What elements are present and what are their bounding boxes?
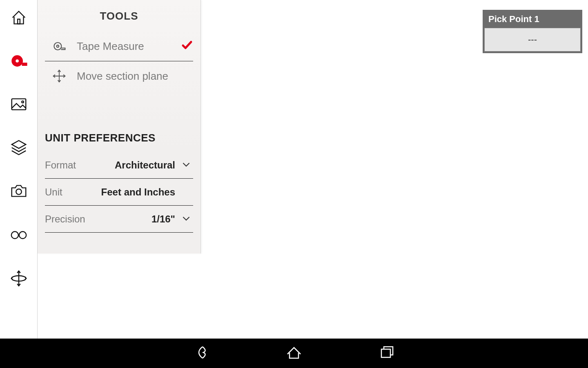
pref-unit[interactable]: Unit Feet and Inches [45,179,193,206]
svg-line-39 [205,132,281,227]
dim-right-mid: 27' 8" [537,188,555,196]
svg-point-55 [16,189,21,194]
orbit-icon[interactable] [9,267,29,288]
pref-precision-label: Precision [45,213,98,225]
tape-measure-small-icon [51,39,68,54]
tool-tape-measure[interactable]: Tape Measure [38,31,200,61]
pref-unit-label: Unit [45,186,98,198]
tool-tape-measure-label: Tape Measure [68,40,181,53]
svg-point-57 [19,231,26,238]
svg-line-40 [281,132,362,229]
dim-seg-2: 26' 9" [313,88,330,95]
svg-line-43 [362,130,443,229]
svg-point-49 [480,182,485,186]
svg-point-59 [54,43,61,50]
pref-format[interactable]: Format Architectural [45,152,193,179]
svg-line-32 [201,144,205,241]
dim-seg-3: 27' [398,88,407,95]
back-button[interactable] [191,343,211,364]
svg-rect-61 [381,349,390,357]
dim-seg-1: 26' 10 1/2" [225,88,256,95]
pref-format-value: Architectural [98,159,181,171]
tools-panel-title: TOOLS [38,6,200,31]
pref-format-label: Format [45,159,98,171]
svg-line-42 [362,128,443,228]
pick-point-title: Pick Point 1 [484,11,581,28]
check-icon [181,39,193,54]
android-navbar [0,339,588,368]
pref-precision[interactable]: Precision 1/16" [45,206,193,233]
pick-point-field[interactable]: --- [484,28,581,52]
glasses-icon[interactable] [9,224,29,245]
svg-line-38 [205,144,281,228]
dim-top-total: 159' [276,38,289,45]
svg-point-56 [11,231,18,238]
home-button[interactable] [284,343,304,364]
pref-unit-value: Feet and Inches [98,186,181,198]
dim-mid-total: 109' 6" [352,62,372,69]
layers-icon[interactable] [9,137,29,158]
tape-measure-icon[interactable] [9,51,29,71]
svg-line-41 [281,128,362,228]
dim-right-top: 6' [547,137,552,144]
dim-seg-4: 26' 10 1/2" [468,88,498,95]
tool-move-section-plane[interactable]: Move section plane [38,61,200,91]
svg-point-48 [400,182,405,186]
svg-point-46 [240,182,245,187]
left-toolbar [0,0,38,339]
svg-line-44 [443,130,523,227]
pick-point-box: Pick Point 1 --- [483,10,582,53]
camera-icon[interactable] [9,181,29,201]
image-icon[interactable] [9,94,29,114]
dim-right-bot: 6' [547,238,552,245]
tools-panel: TOOLS Tape Measure Move section plan [38,0,201,254]
chevron-down-icon [181,159,193,171]
tool-move-section-label: Move section plane [68,70,193,83]
svg-point-54 [22,101,24,103]
svg-line-45 [443,142,523,228]
pref-precision-value: 1/16" [98,213,181,225]
move-icon [51,69,68,83]
home-icon[interactable] [9,7,29,28]
recent-apps-button[interactable] [377,343,397,364]
unit-preferences-title: UNIT PREFERENCES [45,128,193,152]
svg-rect-50 [18,19,20,24]
chevron-down-icon [181,213,193,225]
svg-line-33 [527,136,530,245]
svg-point-60 [57,45,59,47]
svg-point-47 [319,182,324,186]
svg-point-52 [16,59,19,63]
svg-rect-53 [11,99,26,110]
